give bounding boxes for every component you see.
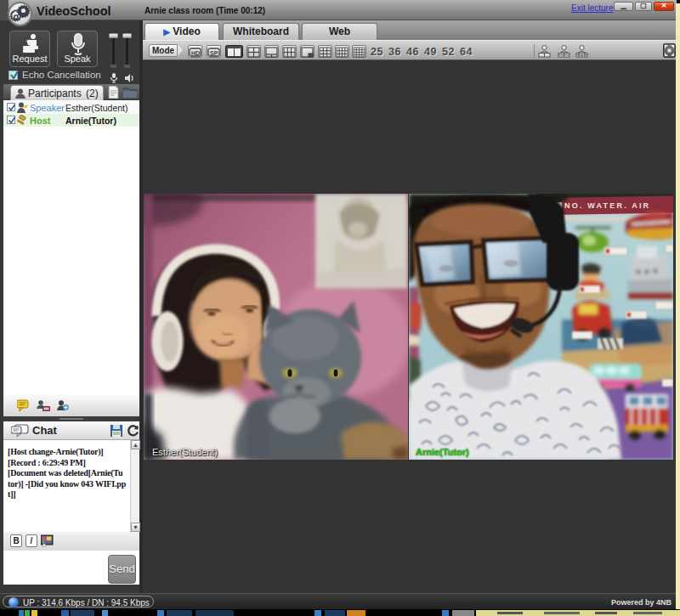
svg-text:HD: HD xyxy=(191,50,200,56)
svg-text:NO. WATER. AIR: NO. WATER. AIR xyxy=(564,201,650,210)
svg-text:SP: SP xyxy=(210,50,218,56)
